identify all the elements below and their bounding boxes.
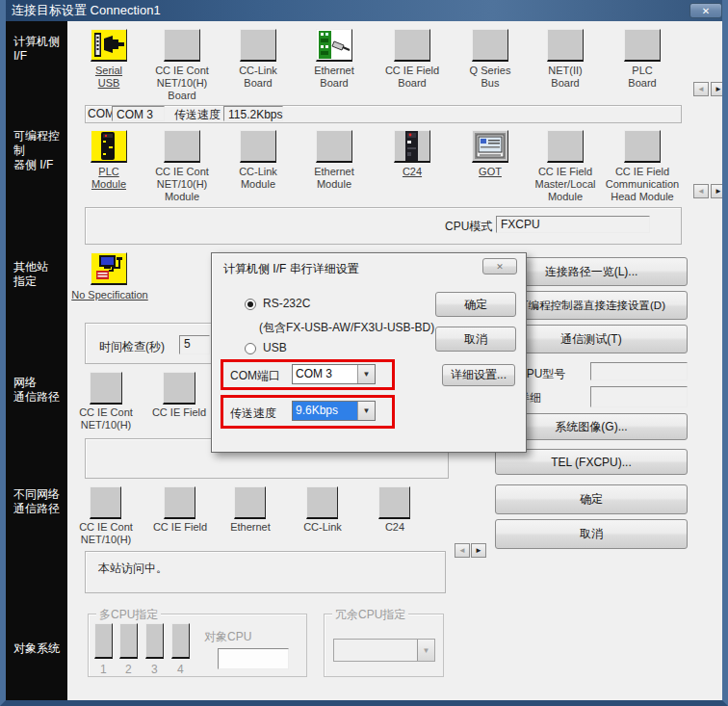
close-icon: ✕ bbox=[496, 262, 504, 272]
cpu-slot-2-num: 2 bbox=[125, 663, 132, 676]
title-bar[interactable]: 连接目标设置 Connection1 bbox=[6, 0, 722, 21]
cc-link-board-icon[interactable] bbox=[240, 29, 276, 62]
diff-c24-label[interactable]: C24 bbox=[357, 521, 432, 534]
cc-link-board-label[interactable]: CC-Link Board bbox=[221, 65, 295, 90]
ethernet-board-icon[interactable] bbox=[316, 29, 352, 62]
usb-radio[interactable] bbox=[245, 343, 256, 354]
usb-label[interactable]: USB bbox=[263, 341, 287, 354]
q-series-bus-icon[interactable] bbox=[472, 29, 508, 62]
diff-cc-link-label[interactable]: CC-Link bbox=[285, 521, 360, 534]
cpu-slot-1-num: 1 bbox=[100, 663, 107, 676]
cc-ie-field-master-label[interactable]: CC IE Field Master/Local Module bbox=[524, 166, 607, 203]
serial-detail-dialog: 计算机侧 I/F 串行详细设置 ✕ RS-232C (包含FX-USB-AW/F… bbox=[211, 252, 527, 453]
baud-value-field: 115.2Kbps bbox=[223, 106, 283, 121]
ethernet-module-icon[interactable] bbox=[316, 130, 352, 163]
main-ok-button[interactable]: 确定 bbox=[495, 484, 688, 514]
chevron-down-icon: ▼ bbox=[417, 640, 434, 661]
plc-if-scroll-right-icon[interactable]: ► bbox=[711, 184, 726, 198]
no-specification-label[interactable]: No Specification bbox=[65, 289, 154, 301]
cc-ie-field-head-label[interactable]: CC IE Field Communication Head Module bbox=[599, 166, 686, 203]
diff-scroll-right-icon[interactable]: ► bbox=[471, 543, 486, 558]
serial-ok-button[interactable]: 确定 bbox=[435, 292, 516, 317]
time-check-field[interactable]: 5 bbox=[179, 335, 210, 354]
serial-dialog-close-button[interactable]: ✕ bbox=[482, 258, 517, 275]
window-close-button[interactable]: ✕ bbox=[689, 3, 722, 18]
got-label[interactable]: GOT bbox=[454, 166, 527, 178]
net-route-cc-ie-cont-label[interactable]: CC IE Cont NET/10(H) bbox=[69, 406, 143, 431]
cpu-slot-4[interactable] bbox=[171, 623, 190, 659]
serial-dialog-title: 计算机侧 I/F 串行详细设置 bbox=[223, 261, 359, 277]
diff-cc-ie-cont-icon[interactable] bbox=[90, 486, 121, 519]
window-title: 连接目标设置 Connection1 bbox=[12, 3, 161, 17]
tel-button[interactable]: TEL (FXCPU)... bbox=[495, 449, 688, 475]
plc-if-scroll-left-icon[interactable]: ◄ bbox=[693, 184, 709, 198]
got-icon[interactable] bbox=[472, 130, 508, 163]
q-series-bus-label[interactable]: Q Series Bus bbox=[454, 65, 527, 90]
diff-cc-ie-field-icon[interactable] bbox=[164, 486, 195, 519]
sidebar-item-network-route: 网络 通信路径 bbox=[13, 376, 69, 405]
net-route-cc-ie-cont-icon[interactable] bbox=[90, 372, 122, 405]
diff-cc-ie-field-label[interactable]: CC IE Field bbox=[143, 521, 218, 534]
diff-cc-link-icon[interactable] bbox=[306, 486, 338, 519]
ethernet-module-label[interactable]: Ethernet Module bbox=[298, 166, 371, 191]
netii-board-icon[interactable] bbox=[547, 29, 584, 62]
net-route-cc-ie-field-icon[interactable] bbox=[163, 372, 195, 405]
ethernet-board-label[interactable]: Ethernet Board bbox=[298, 65, 371, 90]
ethernet-board-glyph bbox=[317, 30, 351, 60]
rs232c-label[interactable]: RS-232C bbox=[263, 297, 310, 310]
serial-usb-label[interactable]: Serial USB bbox=[72, 65, 145, 90]
cpu-mode-label: CPU模式 bbox=[445, 219, 492, 235]
detail-field bbox=[590, 386, 688, 407]
serial-cancel-button[interactable]: 取消 bbox=[435, 327, 516, 352]
target-cpu-label: 对象CPU bbox=[204, 629, 251, 645]
c24-label[interactable]: C24 bbox=[376, 166, 449, 178]
diff-scroll-left-icon[interactable]: ◄ bbox=[455, 543, 470, 558]
plc-module-glyph bbox=[91, 131, 126, 161]
plc-board-label[interactable]: PLC Board bbox=[606, 65, 679, 90]
cc-link-module-icon[interactable] bbox=[240, 130, 276, 163]
diff-network-status: 本站访问中。 bbox=[98, 561, 168, 577]
cc-ie-cont-module-label[interactable]: CC IE Cont NET/10(H) Module bbox=[145, 166, 219, 203]
cc-link-module-label[interactable]: CC-Link Module bbox=[221, 166, 295, 191]
serial-usb-glyph bbox=[91, 30, 126, 60]
sidebar bbox=[6, 21, 67, 700]
sidebar-item-plc-if: 可编程控制 器侧 I/F bbox=[13, 129, 69, 172]
pc-if-scroll-right-icon[interactable]: ► bbox=[711, 82, 726, 96]
sidebar-item-other-station: 其他站 指定 bbox=[13, 260, 69, 289]
pc-if-scroll-left-icon[interactable]: ◄ bbox=[693, 82, 709, 96]
connection-setup-window: 连接目标设置 Connection1 ✕ 计算机侧 I/F 可编程控制 器侧 I… bbox=[0, 0, 728, 706]
diff-ethernet-label[interactable]: Ethernet bbox=[213, 521, 288, 534]
got-glyph bbox=[473, 131, 507, 161]
plc-module-label[interactable]: PLC Module bbox=[72, 166, 145, 191]
cc-ie-cont-module-icon[interactable] bbox=[164, 130, 200, 163]
cc-ie-cont-board-label[interactable]: CC IE Cont NET/10(H) Board bbox=[145, 65, 219, 102]
target-cpu-field bbox=[218, 648, 289, 669]
cc-ie-field-board-icon[interactable] bbox=[394, 29, 430, 62]
baud-label: 传送速度 bbox=[174, 107, 221, 123]
plc-module-icon[interactable] bbox=[91, 130, 127, 163]
cc-ie-field-master-icon[interactable] bbox=[547, 130, 584, 163]
no-specification-glyph bbox=[91, 253, 126, 283]
c24-icon[interactable] bbox=[394, 130, 430, 163]
cc-ie-field-board-label[interactable]: CC IE Field Board bbox=[376, 65, 449, 90]
multi-cpu-label: 多CPU指定 bbox=[96, 607, 161, 623]
sidebar-item-diff-network: 不同网络 通信路径 bbox=[13, 487, 69, 516]
no-specification-icon[interactable] bbox=[91, 252, 127, 285]
plc-board-icon[interactable] bbox=[624, 29, 661, 62]
diff-ethernet-icon[interactable] bbox=[234, 486, 266, 519]
netii-board-label[interactable]: NET(II) Board bbox=[529, 65, 602, 90]
cpu-slot-1[interactable] bbox=[94, 623, 113, 659]
serial-usb-icon[interactable] bbox=[91, 29, 127, 62]
cpu-slot-2[interactable] bbox=[119, 623, 138, 659]
serial-detail-settings-button[interactable]: 详细设置... bbox=[442, 364, 515, 386]
diff-cc-ie-cont-label[interactable]: CC IE Cont NET/10(H) bbox=[68, 521, 143, 546]
com-value-field: COM 3 bbox=[112, 106, 165, 121]
rs232c-radio[interactable] bbox=[245, 299, 256, 310]
net-route-cc-ie-field-label[interactable]: CC IE Field bbox=[143, 406, 216, 419]
redundant-cpu-select[interactable]: ▼ bbox=[333, 639, 435, 662]
main-cancel-button[interactable]: 取消 bbox=[495, 519, 688, 549]
diff-c24-icon[interactable] bbox=[378, 486, 410, 519]
cpu-slot-3[interactable] bbox=[145, 623, 164, 659]
cc-ie-field-head-icon[interactable] bbox=[624, 130, 661, 163]
cc-ie-cont-board-icon[interactable] bbox=[164, 29, 200, 62]
